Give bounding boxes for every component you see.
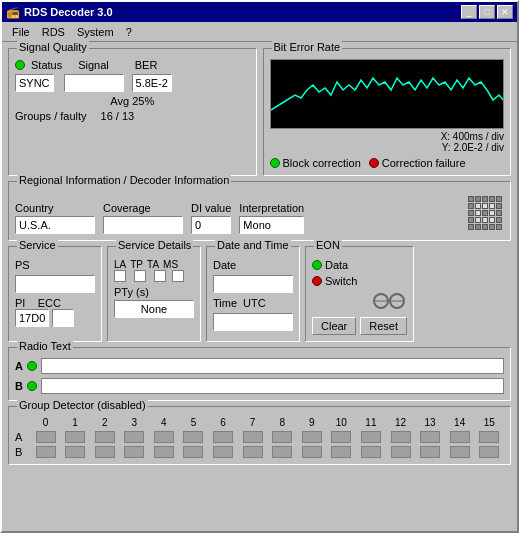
time-row: Time UTC xyxy=(213,297,293,309)
service-details-panel: Service Details LA TP TA MS xyxy=(107,246,201,342)
ptype-row: PTy (s) None xyxy=(114,286,194,318)
maximize-button[interactable]: □ xyxy=(479,5,495,19)
time-label: Time xyxy=(213,297,237,309)
clear-button[interactable]: Clear xyxy=(312,317,356,335)
gd-cell-b13 xyxy=(415,446,445,458)
close-button[interactable]: ✕ xyxy=(497,5,513,19)
eon-switch-row: Switch xyxy=(312,275,407,287)
ber-value-box: 5.8E-2 xyxy=(132,74,172,92)
gd-box-b6 xyxy=(213,446,233,458)
sq-inner: Status Signal BER SYNC 5.8E-2 xyxy=(15,59,250,122)
gd-cell-a2 xyxy=(90,431,120,443)
gd-cell-a3 xyxy=(120,431,150,443)
eon-switch-led xyxy=(312,276,322,286)
gd-cell-a10 xyxy=(327,431,357,443)
gd-num-10: 10 xyxy=(327,417,357,428)
la-checkbox[interactable] xyxy=(114,270,126,282)
gd-box-a1 xyxy=(65,431,85,443)
rt-row-b: B xyxy=(15,378,504,394)
gd-cell-a4 xyxy=(149,431,179,443)
sq-values-row: SYNC 5.8E-2 xyxy=(15,74,250,92)
title-bar-controls: _ □ ✕ xyxy=(461,5,513,19)
gd-cell-a13 xyxy=(415,431,445,443)
ecc-value-box xyxy=(52,309,74,327)
country-label: Country xyxy=(15,202,95,214)
eon-panel: EON Data Switch xyxy=(305,246,414,342)
gd-num-6: 6 xyxy=(208,417,238,428)
signal-label: Signal xyxy=(78,59,109,71)
gd-numbers-row: 0 1 2 3 4 5 6 7 8 9 10 11 12 13 14 15 xyxy=(15,417,504,428)
minimize-button[interactable]: _ xyxy=(461,5,477,19)
status-led xyxy=(15,60,25,70)
gd-cell-a11 xyxy=(356,431,386,443)
eon-inner: Data Switch Cle xyxy=(312,259,407,335)
correction-failure-led xyxy=(369,158,379,168)
eon-switch-label: Switch xyxy=(325,275,357,287)
ta-checkbox[interactable] xyxy=(154,270,166,282)
matrix-icon xyxy=(468,196,504,232)
gd-cell-a14 xyxy=(445,431,475,443)
country-group: Country U.S.A. xyxy=(15,202,95,234)
gd-box-a0 xyxy=(36,431,56,443)
gd-box-b8 xyxy=(272,446,292,458)
menu-system[interactable]: System xyxy=(71,24,120,40)
reset-button[interactable]: Reset xyxy=(360,317,407,335)
gd-cell-a7 xyxy=(238,431,268,443)
gd-cell-b11 xyxy=(356,446,386,458)
gd-cell-a0 xyxy=(31,431,61,443)
ps-label: PS xyxy=(15,259,95,271)
gd-num-7: 7 xyxy=(238,417,268,428)
signal-quality-label: Signal Quality xyxy=(17,41,89,53)
gd-cell-b4 xyxy=(149,446,179,458)
main-window: 📻 RDS Decoder 3.0 _ □ ✕ File RDS System … xyxy=(0,0,519,533)
menu-rds[interactable]: RDS xyxy=(36,24,71,40)
sq-status-row: Status Signal BER xyxy=(15,59,250,71)
gd-box-a15 xyxy=(479,431,499,443)
menu-help[interactable]: ? xyxy=(120,24,138,40)
gd-box-b4 xyxy=(154,446,174,458)
ber-panel-label: Bit Error Rate xyxy=(272,41,343,53)
interpretation-label: Interpretation xyxy=(239,202,304,214)
rt-a-bar xyxy=(41,358,504,374)
signal-quality-panel: Signal Quality Status Signal BER SYNC xyxy=(8,48,257,176)
bit-error-rate-panel: Bit Error Rate X: 400ms / div Y: 2.0E-2 … xyxy=(263,48,512,176)
gd-cell-b15 xyxy=(474,446,504,458)
links-icon-row xyxy=(312,291,407,311)
pi-value-box: 17D0 xyxy=(15,309,49,327)
country-value: U.S.A. xyxy=(19,219,51,231)
gd-cell-a1 xyxy=(60,431,90,443)
gd-cell-a9 xyxy=(297,431,327,443)
menu-file[interactable]: File xyxy=(6,24,36,40)
gd-box-b1 xyxy=(65,446,85,458)
tp-checkbox[interactable] xyxy=(134,270,146,282)
sd-checkbox-row xyxy=(114,270,194,282)
gd-cell-b10 xyxy=(327,446,357,458)
group-detector-label: Group Detector (disabled) xyxy=(17,399,148,411)
ta-label: TA xyxy=(147,259,159,270)
gd-box-a6 xyxy=(213,431,233,443)
gd-box-a12 xyxy=(391,431,411,443)
sd-inner: LA TP TA MS PTy (s) xyxy=(114,259,194,318)
rt-b-label: B xyxy=(15,380,23,392)
groups-label: Groups / faulty xyxy=(15,110,87,122)
di-label: DI value xyxy=(191,202,231,214)
service-inner: PS PI ECC 17D0 xyxy=(15,259,95,327)
gd-cell-b9 xyxy=(297,446,327,458)
regional-info-panel: Regional Information / Decoder Informati… xyxy=(8,181,511,241)
middle-row: Service PS PI ECC 17D0 xyxy=(8,246,511,342)
gd-box-b0 xyxy=(36,446,56,458)
ber-labels: X: 400ms / div Y: 2.0E-2 / div xyxy=(270,131,505,153)
main-content: Signal Quality Status Signal BER SYNC xyxy=(2,42,517,471)
interpretation-value-box: Mono xyxy=(239,216,304,234)
gd-box-a11 xyxy=(361,431,381,443)
ps-value-box[interactable] xyxy=(15,275,95,293)
gd-cell-b3 xyxy=(120,446,150,458)
ms-checkbox[interactable] xyxy=(172,270,184,282)
ber-graph xyxy=(270,59,505,129)
eon-data-row: Data xyxy=(312,259,407,271)
status-value-box: SYNC xyxy=(15,74,54,92)
gd-cell-a5 xyxy=(179,431,209,443)
correction-failure-item: Correction failure xyxy=(369,157,466,169)
tp-label: TP xyxy=(130,259,143,270)
gd-box-b7 xyxy=(243,446,263,458)
